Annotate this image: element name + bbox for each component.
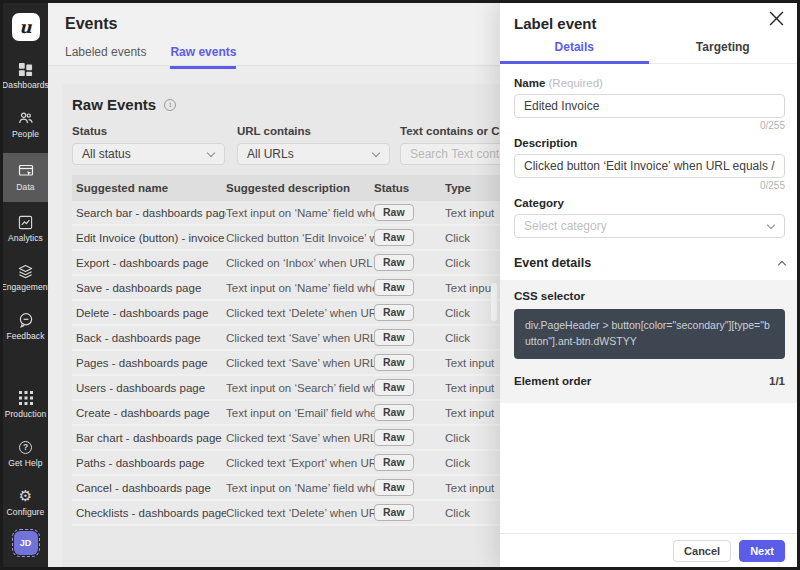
analytics-icon xyxy=(18,214,34,230)
row-description: Clicked text ‘Delete’ when URL e... xyxy=(226,507,374,519)
drawer-footer: Cancel Next xyxy=(500,533,797,567)
row-description: Clicked button ‘Edit Invoice’ whe... xyxy=(226,232,374,244)
info-icon[interactable] xyxy=(164,99,176,111)
drawer-tabs: Details Targeting xyxy=(500,40,797,64)
row-description: Clicked text ‘Delete’ when URL e... xyxy=(226,307,374,319)
get-help-icon xyxy=(18,439,34,455)
tab-labeled-events[interactable]: Labeled events xyxy=(65,45,146,69)
chevron-down-icon xyxy=(767,221,775,229)
status-badge[interactable]: Raw xyxy=(374,279,414,296)
row-description: Text input on ‘Name’ field when... xyxy=(226,482,374,494)
tab-raw-events[interactable]: Raw events xyxy=(170,45,236,69)
status-badge[interactable]: Raw xyxy=(374,329,414,346)
row-name: Save - dashboards page xyxy=(72,282,226,294)
row-description: Clicked text ‘Save’ when URL eq... xyxy=(226,432,374,444)
sidebar-item-feedback[interactable]: Feedback xyxy=(3,306,48,347)
production-icon xyxy=(18,390,34,406)
sidebar-item-label: Feedback xyxy=(6,331,44,341)
sidebar-item-label: Production xyxy=(5,409,47,419)
scrollbar-thumb[interactable] xyxy=(491,283,497,321)
row-name: Pages - dashboards page xyxy=(72,357,226,369)
css-selector-value[interactable]: div.PageHeader > button[color="secondary… xyxy=(514,309,785,359)
data-icon xyxy=(18,163,34,179)
user-avatar[interactable]: JD xyxy=(14,531,38,555)
sidebar: u Dashboards People Data Analytics xyxy=(3,3,48,567)
sidebar-item-get-help[interactable]: Get Help xyxy=(3,433,48,474)
dashboards-icon xyxy=(18,61,34,77)
userpilot-logo[interactable]: u xyxy=(12,13,40,41)
tab-targeting[interactable]: Targeting xyxy=(649,40,798,63)
col-status: Status xyxy=(374,182,445,194)
status-badge[interactable]: Raw xyxy=(374,504,414,521)
chevron-up-icon xyxy=(778,261,786,269)
drawer-body: Name (Required) 0/255 Description 0/255 … xyxy=(500,77,797,403)
element-order-value: 1/1 xyxy=(769,375,785,387)
row-name: Export - dashboards page xyxy=(72,257,226,269)
sidebar-item-label: Dashboards xyxy=(2,80,49,90)
row-name: Create - dashboards page xyxy=(72,407,226,419)
row-description: Text input on ‘Search’ field whe... xyxy=(226,382,374,394)
row-name: Edit Invoice (button) - invoice page xyxy=(72,232,226,244)
engagement-icon xyxy=(18,263,34,279)
sidebar-item-engagement[interactable]: Engagement xyxy=(3,257,48,298)
url-filter-label: URL contains xyxy=(237,125,390,137)
status-badge[interactable]: Raw xyxy=(374,404,414,421)
app-window: u Dashboards People Data Analytics xyxy=(0,0,800,570)
status-badge[interactable]: Raw xyxy=(374,254,414,271)
sidebar-item-people[interactable]: People xyxy=(3,104,48,145)
element-order-label: Element order xyxy=(514,375,591,387)
close-icon[interactable] xyxy=(767,9,785,27)
row-description: Clicked text ‘Export’ when URL e... xyxy=(226,457,374,469)
sidebar-item-configure[interactable]: Configure xyxy=(3,482,48,523)
status-badge[interactable]: Raw xyxy=(374,429,414,446)
col-suggested-name: Suggested name xyxy=(72,182,226,194)
required-hint: (Required) xyxy=(549,77,603,89)
sidebar-item-dashboards[interactable]: Dashboards xyxy=(3,55,48,96)
status-badge[interactable]: Raw xyxy=(374,454,414,471)
sidebar-item-label: Analytics xyxy=(8,233,43,243)
name-field[interactable] xyxy=(514,94,785,118)
element-order-row: Element order 1/1 xyxy=(514,375,785,387)
status-badge[interactable]: Raw xyxy=(374,479,414,496)
drawer-title: Label event xyxy=(500,3,797,32)
url-filter-select[interactable]: All URLs xyxy=(237,143,390,165)
next-button[interactable]: Next xyxy=(739,540,785,562)
name-counter: 0/255 xyxy=(514,120,785,131)
status-filter-select[interactable]: All status xyxy=(72,143,225,165)
status-badge[interactable]: Raw xyxy=(374,354,414,371)
chevron-down-icon xyxy=(372,149,380,157)
event-details-title: Event details xyxy=(514,256,591,270)
sidebar-item-production[interactable]: Production xyxy=(3,384,48,425)
sidebar-item-data[interactable]: Data xyxy=(3,153,48,202)
label-event-drawer: Label event Details Targeting Name (Requ… xyxy=(500,3,797,567)
category-field-label: Category xyxy=(514,197,785,209)
feedback-icon xyxy=(18,312,34,328)
status-filter-value: All status xyxy=(82,147,131,161)
sidebar-item-analytics[interactable]: Analytics xyxy=(3,208,48,249)
status-filter-label: Status xyxy=(72,125,225,137)
description-field[interactable] xyxy=(514,154,785,178)
row-name: Search bar - dashboards page xyxy=(72,207,226,219)
col-suggested-description: Suggested description xyxy=(226,182,374,194)
category-placeholder: Select category xyxy=(524,219,607,233)
css-selector-label: CSS selector xyxy=(514,290,785,302)
status-badge[interactable]: Raw xyxy=(374,204,414,221)
tab-details[interactable]: Details xyxy=(500,40,649,63)
row-description: Clicked text ‘Save’ when URL eq... xyxy=(226,332,374,344)
sidebar-item-label: Engagement xyxy=(1,282,50,292)
cancel-button[interactable]: Cancel xyxy=(673,540,731,562)
event-details-toggle[interactable]: Event details xyxy=(514,256,785,270)
status-badge[interactable]: Raw xyxy=(374,379,414,396)
sidebar-item-label: Get Help xyxy=(8,458,42,468)
category-select[interactable]: Select category xyxy=(514,214,785,238)
sidebar-item-label: People xyxy=(12,129,39,139)
row-name: Paths - dashboards page xyxy=(72,457,226,469)
status-badge[interactable]: Raw xyxy=(374,229,414,246)
sidebar-item-label: Data xyxy=(16,182,34,192)
row-name: Bar chart - dashboards page xyxy=(72,432,226,444)
status-badge[interactable]: Raw xyxy=(374,304,414,321)
row-name: Cancel - dashboards page xyxy=(72,482,226,494)
row-name: Delete - dashboards page xyxy=(72,307,226,319)
chevron-down-icon xyxy=(207,149,215,157)
row-name: Users - dashboards page xyxy=(72,382,226,394)
